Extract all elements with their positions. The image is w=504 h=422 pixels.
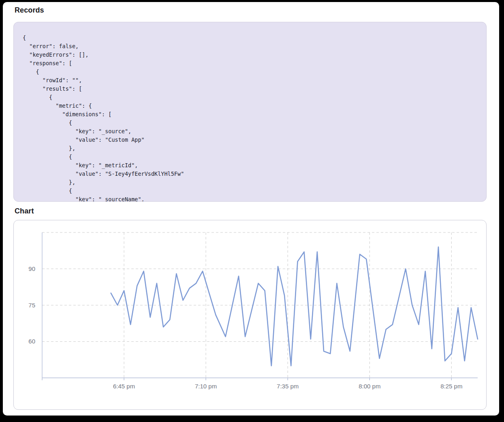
x-tick-label: 6:45 pm [113, 383, 135, 390]
x-tick-label: 8:25 pm [440, 383, 462, 390]
metric-line-series [111, 247, 478, 366]
app-surface: Records { "error": false, "keyedErrors":… [3, 2, 499, 416]
x-axis-labels: 6:45 pm7:10 pm7:35 pm8:00 pm8:25 pm [113, 383, 462, 390]
records-section-title: Records [15, 6, 44, 15]
line-chart: 6075906:45 pm7:10 pm7:35 pm8:00 pm8:25 p… [14, 220, 486, 409]
records-json-text: { "error": false, "keyedErrors": [], "re… [14, 22, 486, 202]
x-tick-label: 8:00 pm [359, 383, 380, 390]
y-tick-label: 60 [28, 338, 35, 345]
chart-card: 6075906:45 pm7:10 pm7:35 pm8:00 pm8:25 p… [13, 220, 487, 410]
x-tick-label: 7:35 pm [277, 383, 299, 390]
x-tick-label: 7:10 pm [195, 383, 217, 390]
y-tick-label: 90 [28, 265, 35, 272]
chart-section-title: Chart [15, 207, 34, 215]
y-tick-label: 75 [28, 302, 35, 309]
y-axis-labels: 607590 [28, 265, 35, 345]
records-json-viewer[interactable]: { "error": false, "keyedErrors": [], "re… [13, 22, 487, 202]
page-frame: Records { "error": false, "keyedErrors":… [0, 0, 504, 422]
